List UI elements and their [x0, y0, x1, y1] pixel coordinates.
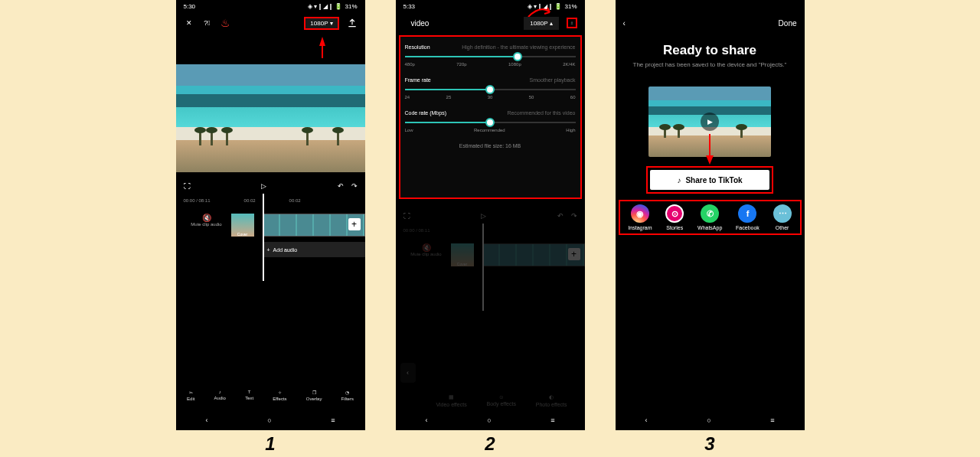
playhead[interactable] [263, 194, 264, 281]
add-clip-button[interactable]: + [348, 218, 361, 230]
tiktok-icon: ♪ [677, 176, 681, 184]
status-battery-icon: 🔋 [335, 3, 342, 10]
filter-icon: ◔ [345, 390, 349, 395]
export-icon[interactable] [567, 18, 577, 28]
coderate-slider[interactable] [405, 122, 576, 123]
annotation-arrow [710, 134, 714, 165]
project-title: video [403, 17, 437, 30]
nav-back-icon[interactable]: ‹ [205, 416, 207, 424]
cover-thumb[interactable]: Cover [231, 214, 254, 237]
editor-top-bar: ✕ ?⃝ ♨ 1080P ▾ [176, 12, 365, 34]
bottom-toolbar: ✂Edit ♪Audio TText ✧Effects ❐Overlay ◔Fi… [176, 380, 365, 410]
share-other[interactable]: ⋯Other [773, 204, 792, 230]
android-nav-bar: ‹ ○ ≡ [396, 410, 585, 430]
nav-recent-icon[interactable]: ≡ [550, 416, 554, 424]
tool-text[interactable]: TText [245, 390, 253, 400]
play-icon: ▶ [701, 113, 719, 131]
tool-filters[interactable]: ◔Filters [341, 390, 354, 401]
back-icon[interactable]: ‹ [623, 19, 626, 28]
scissors-icon: ✂ [189, 390, 193, 395]
share-facebook[interactable]: fFacebook [736, 204, 760, 230]
instagram-icon: ◉ [631, 204, 649, 223]
flame-icon[interactable]: ♨ [220, 18, 231, 28]
share-tiktok-highlight: ♪ Share to TikTok [646, 166, 773, 194]
mute-clip-audio[interactable]: 🔇 Mute clip audio [184, 214, 230, 227]
help-icon[interactable]: ?⃝ [202, 18, 213, 28]
share-options-highlight: ◉Instagram ⊙Stories ✆WhatsApp fFacebook … [619, 200, 802, 235]
resolution-title: Resolution [405, 44, 430, 50]
fullscreen-icon: ⛶ [403, 212, 410, 220]
coderate-slider-section: Code rate (Mbps)Recommended for this vid… [405, 110, 576, 132]
nav-home-icon[interactable]: ○ [707, 416, 710, 424]
share-whatsapp[interactable]: ✆WhatsApp [697, 204, 722, 230]
ready-title: Ready to share [616, 43, 805, 58]
status-bar: 5:30 ◈ ▾ ‖ ◢ ‖ 🔋 31% [176, 0, 365, 12]
video-preview[interactable] [176, 64, 365, 172]
text-icon: T [248, 390, 251, 394]
whatsapp-icon: ✆ [701, 204, 719, 223]
tool-edit[interactable]: ✂Edit [187, 390, 194, 401]
status-battery-icon: 🔋 [554, 3, 562, 10]
coderate-title: Code rate (Mbps) [405, 110, 446, 116]
estimated-file-size: Estimated file size: 16 MB [405, 143, 576, 149]
play-icon: ▷ [481, 212, 486, 220]
nav-back-icon[interactable]: ‹ [425, 416, 427, 424]
export-icon[interactable] [347, 18, 358, 28]
back-chip: ‹ [400, 363, 416, 383]
tool-audio[interactable]: ♪Audio [214, 390, 226, 400]
nav-recent-icon[interactable]: ≡ [770, 416, 774, 424]
coderate-hint: Recommended for this video [507, 110, 575, 116]
undo-icon[interactable]: ↶ [338, 182, 344, 190]
android-nav-bar: ‹ ○ ≡ [176, 410, 365, 430]
ready-subtitle: The project has been saved to the device… [616, 61, 805, 68]
framerate-title: Frame rate [405, 77, 431, 83]
editor-top-bar: video 1080P ▴ [396, 12, 585, 34]
step-3-wrap: ‹ Done Ready to share The project has be… [616, 0, 805, 455]
resolution-label: 1080P [530, 20, 547, 27]
nav-home-icon[interactable]: ○ [267, 416, 271, 424]
stories-icon: ⊙ [665, 204, 684, 223]
nav-back-icon[interactable]: ‹ [645, 416, 647, 424]
play-icon[interactable]: ▷ [261, 182, 266, 190]
close-icon[interactable]: ✕ [184, 18, 194, 28]
phone-screen-1: 5:30 ◈ ▾ ‖ ◢ ‖ 🔋 31% ✕ ?⃝ ♨ 1080P ▾ [176, 0, 365, 430]
export-settings-panel: ResolutionHigh definition - the ultimate… [399, 35, 582, 199]
step-number-1: 1 [265, 433, 275, 455]
tool-effects[interactable]: ✧Effects [273, 390, 286, 401]
nav-recent-icon[interactable]: ≡ [331, 416, 335, 424]
phone-screen-2: 5:33 ◈ ▾ ‖ ◢ ‖ 🔋 31% video 1080P ▴ Resol… [396, 0, 585, 430]
status-net-icon: ◈ ▾ ‖ ◢ ‖ [308, 3, 333, 10]
facebook-icon: f [738, 204, 756, 223]
add-audio-button[interactable]: + Add audio [263, 242, 365, 257]
dimmed-editor: ⛶ ▷ ↶↷ 00:00 / 08:11 🔇Mute clip audio Co… [396, 202, 585, 410]
other-icon: ⋯ [773, 204, 792, 223]
framerate-hint: Smoother playback [530, 77, 576, 83]
timeline[interactable]: 🔇 Mute clip audio Cover + + Add audio [176, 207, 365, 269]
framerate-slider[interactable] [405, 89, 576, 90]
android-nav-bar: ‹ ○ ≡ [616, 410, 805, 430]
tool-overlay[interactable]: ❐Overlay [306, 390, 322, 401]
exported-video-thumb[interactable]: ▶ [648, 87, 771, 157]
step-2-wrap: 5:33 ◈ ▾ ‖ ◢ ‖ 🔋 31% video 1080P ▴ Resol… [396, 0, 585, 455]
framerate-slider-section: Frame rateSmoother playback 2425305060 [405, 77, 576, 100]
step-number-2: 2 [485, 433, 495, 455]
share-tiktok-button[interactable]: ♪ Share to TikTok [650, 170, 769, 190]
fullscreen-icon[interactable]: ⛶ [184, 182, 191, 190]
preview-controls: ⛶ ▷ ↶ ↷ [176, 174, 365, 198]
status-battery: 31% [345, 3, 357, 10]
tool-video-effects: ▦Video effects [436, 394, 466, 407]
status-time: 5:30 [184, 3, 196, 10]
redo-icon[interactable]: ↷ [351, 182, 358, 190]
timeline-ruler: 00:00 / 08:11 00:02 00:02 [176, 198, 365, 203]
nav-home-icon[interactable]: ○ [487, 416, 491, 424]
done-button[interactable]: Done [779, 19, 797, 28]
status-bar: 5:33 ◈ ▾ ‖ ◢ ‖ 🔋 31% [396, 0, 585, 12]
chevron-down-icon: ▾ [330, 20, 333, 27]
status-battery: 31% [564, 3, 577, 10]
share-stories[interactable]: ⊙Stories [665, 204, 684, 230]
resolution-slider[interactable] [405, 56, 576, 57]
share-instagram[interactable]: ◉Instagram [628, 204, 652, 230]
sparkle-icon: ✧ [278, 390, 282, 395]
resolution-button[interactable]: 1080P ▴ [524, 17, 558, 30]
resolution-button[interactable]: 1080P ▾ [304, 17, 338, 30]
